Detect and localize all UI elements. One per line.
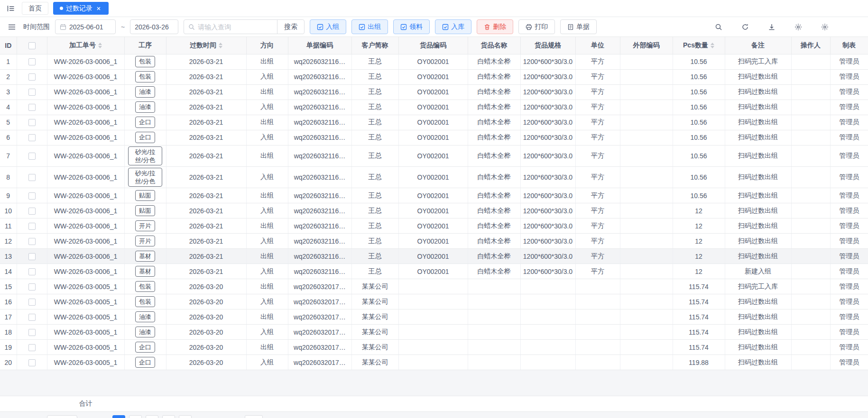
tab-home[interactable]: 首页	[22, 2, 48, 15]
row-checkbox[interactable]	[28, 58, 36, 65]
date-end-input[interactable]	[130, 19, 178, 34]
row-checkbox[interactable]	[28, 314, 36, 321]
row-checkbox[interactable]	[28, 73, 36, 81]
cell-unit: 平方	[575, 203, 620, 218]
toolbar: 时间范围 ~ 搜索 入组	[0, 17, 868, 37]
in-stock-button[interactable]: 入库	[435, 19, 471, 34]
cell-operator	[791, 130, 830, 145]
tab-home-label: 首页	[28, 4, 42, 13]
row-checkbox[interactable]	[28, 238, 36, 245]
page-button[interactable]: 1	[112, 415, 125, 418]
table-row[interactable]: 12WW-2026-03-0006_1开片2026-03-21入组wq20260…	[0, 234, 868, 249]
cell-ext_code	[620, 166, 673, 188]
cell-pcs: 10.56	[673, 69, 725, 84]
cell-ext_code	[620, 309, 673, 325]
search-button[interactable]: 搜索	[277, 19, 305, 34]
search-input[interactable]	[184, 19, 277, 34]
table-row[interactable]: 16WW-2026-03-0005_1包装2026-03-20入组wq20260…	[0, 294, 868, 309]
sort-caret-icon[interactable]	[98, 43, 102, 48]
cell-time: 2026-03-20	[166, 325, 246, 340]
select-all-checkbox[interactable]	[28, 42, 36, 49]
row-checkbox[interactable]	[28, 174, 36, 181]
close-tab-icon[interactable]	[95, 5, 102, 12]
row-checkbox[interactable]	[28, 299, 36, 306]
cell-id: 15	[0, 279, 17, 294]
page-button[interactable]: 5	[179, 415, 192, 418]
document-icon	[567, 24, 574, 30]
date-start-input[interactable]	[55, 19, 116, 34]
menu-icon[interactable]	[6, 21, 18, 33]
row-checkbox[interactable]	[28, 104, 36, 111]
date-end-value[interactable]	[135, 23, 174, 31]
print-button[interactable]: 打印	[518, 19, 555, 34]
row-checkbox[interactable]	[28, 89, 36, 96]
document-button[interactable]: 单据	[560, 19, 597, 34]
page-jump-input[interactable]	[245, 415, 263, 418]
in-group-button[interactable]: 入组	[310, 19, 346, 34]
table-row[interactable]: 5WW-2026-03-0006_1企口2026-03-21出组wq202603…	[0, 115, 868, 130]
out-group-button[interactable]: 出组	[351, 19, 388, 34]
process-tag: 贴面	[135, 205, 155, 216]
row-checkbox[interactable]	[28, 283, 36, 291]
cell-id: 18	[0, 325, 17, 340]
pick-material-button[interactable]: 领料	[393, 19, 430, 34]
column-header-time[interactable]: 过数时间	[166, 37, 246, 54]
table-row[interactable]: 7WW-2026-03-0006_1砂光/拉丝/分色2026-03-21出组wq…	[0, 145, 868, 166]
cell-operator	[791, 340, 830, 355]
table-row[interactable]: 14WW-2026-03-0006_1基材2026-03-21入组wq20260…	[0, 264, 868, 279]
row-checkbox[interactable]	[28, 253, 36, 260]
row-checkbox[interactable]	[28, 329, 36, 336]
search-input-field[interactable]	[198, 23, 273, 31]
table-row[interactable]: 10WW-2026-03-0006_1贴面2026-03-21入组wq20260…	[0, 203, 868, 218]
page-button[interactable]: 2	[129, 415, 142, 418]
sort-caret-icon[interactable]	[219, 43, 222, 48]
table-row[interactable]: 4WW-2026-03-0006_1油漆2026-03-21入组wq202603…	[0, 100, 868, 115]
time-range-label: 时间范围	[23, 23, 50, 31]
refresh-icon[interactable]	[739, 21, 751, 33]
column-header-pcs[interactable]: Pcs数量	[673, 37, 725, 54]
row-checkbox[interactable]	[28, 344, 36, 351]
table-row[interactable]: 15WW-2026-03-0005_1包装2026-03-20出组wq20260…	[0, 279, 868, 294]
row-checkbox[interactable]	[28, 119, 36, 126]
column-header-order[interactable]: 加工单号	[47, 37, 124, 54]
table-row[interactable]: 20WW-2026-03-0005_1企口2026-03-20入组wq20260…	[0, 355, 868, 370]
cell-item_code: OY002001	[398, 100, 468, 115]
row-checkbox[interactable]	[28, 223, 36, 230]
settings-gear-icon[interactable]	[792, 21, 804, 33]
row-checkbox[interactable]	[28, 192, 36, 200]
process-tag: 企口	[135, 342, 155, 353]
zoom-search-icon[interactable]	[712, 21, 725, 33]
row-checkbox[interactable]	[28, 134, 36, 141]
tab-count-records[interactable]: 过数记录	[53, 2, 109, 15]
table-row[interactable]: 19WW-2026-03-0005_1企口2026-03-20出组wq20260…	[0, 340, 868, 355]
collapse-tabs-icon[interactable]	[5, 2, 17, 15]
row-checkbox[interactable]	[28, 268, 36, 275]
table-row[interactable]: 17WW-2026-03-0005_1油漆2026-03-20出组wq20260…	[0, 309, 868, 325]
table-row[interactable]: 18WW-2026-03-0005_1油漆2026-03-20入组wq20260…	[0, 325, 868, 340]
row-checkbox[interactable]	[28, 208, 36, 215]
table-row[interactable]: 3WW-2026-03-0006_1油漆2026-03-21出组wq202603…	[0, 84, 868, 100]
table-row[interactable]: 13WW-2026-03-0006_1基材2026-03-21出组wq20260…	[0, 249, 868, 264]
cell-select	[17, 54, 47, 69]
page-button[interactable]: 3	[146, 415, 158, 418]
page-button[interactable]: 4	[162, 415, 175, 418]
download-icon[interactable]	[766, 21, 778, 33]
table-row[interactable]: 8WW-2026-03-0006_1砂光/拉丝/分色2026-03-21入组wq…	[0, 166, 868, 188]
row-checkbox[interactable]	[28, 153, 36, 160]
cell-operator	[791, 203, 830, 218]
sort-caret-icon[interactable]	[711, 43, 714, 48]
out-group-icon	[359, 24, 365, 30]
table-row[interactable]: 1WW-2026-03-0006_1包装2026-03-21出组wq202603…	[0, 54, 868, 69]
cell-note: 扫码过数出组	[725, 130, 791, 145]
delete-button[interactable]: 删除	[477, 19, 513, 34]
table-row[interactable]: 11WW-2026-03-0006_1开片2026-03-21出组wq20260…	[0, 218, 868, 234]
column-header-process: 工序	[124, 37, 166, 54]
table-row[interactable]: 2WW-2026-03-0006_1包装2026-03-21入组wq202603…	[0, 69, 868, 84]
cell-item_code	[398, 294, 468, 309]
page-size-select[interactable]	[47, 415, 77, 418]
row-checkbox[interactable]	[28, 359, 36, 366]
date-start-value[interactable]	[69, 23, 111, 31]
column-config-gear-icon[interactable]	[819, 21, 831, 33]
table-row[interactable]: 9WW-2026-03-0006_1贴面2026-03-21出组wq202603…	[0, 188, 868, 203]
table-row[interactable]: 6WW-2026-03-0006_1企口2026-03-21入组wq202603…	[0, 130, 868, 145]
